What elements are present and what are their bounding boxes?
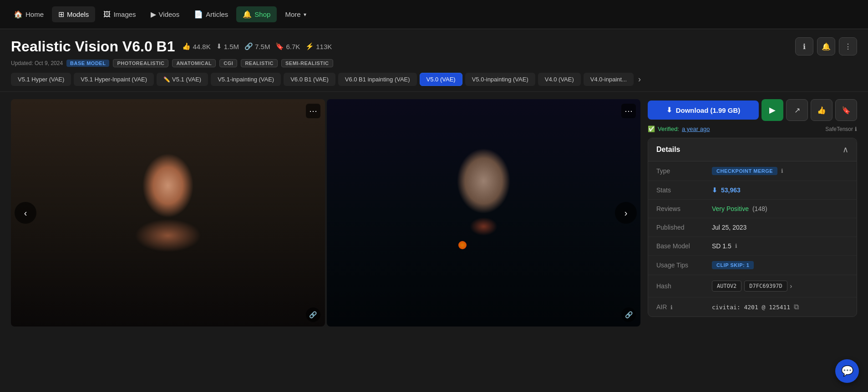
air-info-icon[interactable]: ℹ [670, 304, 673, 311]
safe-tensor-label: SafeTensor ℹ [825, 126, 857, 132]
downloads-stat: ⬇ 1.5M [216, 42, 239, 50]
thumbsup-icon: 👍 [182, 42, 191, 50]
vtab-v51[interactable]: ✏️ V5.1 (VAE) [157, 73, 208, 86]
base-model-label: Base Model [656, 242, 706, 250]
downloads-count: 1.5M [224, 43, 239, 50]
models-icon: ⊞ [58, 10, 64, 19]
published-value: Jul 25, 2023 [712, 224, 746, 231]
orange-orb [458, 241, 467, 249]
tag-photorealistic[interactable]: PHOTOREALISTIC [113, 59, 168, 67]
verified-icon: ✅ [648, 126, 655, 132]
air-value: civitai: 4201 @ 125411 ⧉ [712, 303, 799, 311]
play-button[interactable]: ▶ [761, 99, 783, 121]
title-row: Realistic Vision V6.0 B1 👍 44.8K ⬇ 1.5M … [11, 37, 857, 55]
notifications-button[interactable]: 🔔 [817, 37, 835, 55]
gallery-image-2[interactable]: ⋯ 🔗 [327, 99, 641, 327]
nav-home[interactable]: 🏠 Home [7, 6, 50, 22]
tag-cgi[interactable]: CGI [219, 59, 237, 67]
portrait-image-1 [11, 99, 325, 327]
vtab-v51inpainting[interactable]: V5.1-inpainting (VAE) [211, 73, 281, 86]
details-type-row: Type CHECKPOINT MERGE ℹ [648, 161, 857, 181]
nav-images[interactable]: 🖼 Images [97, 7, 142, 22]
published-label: Published [656, 224, 706, 231]
vtab-v51hyperinpaint-label: V5.1 Hyper-Inpaint (VAE) [81, 76, 147, 83]
vtab-v40[interactable]: V4.0 (VAE) [538, 73, 581, 86]
base-model-info-icon[interactable]: ℹ [735, 243, 737, 249]
download-icon: ⬇ [216, 42, 222, 50]
info-button[interactable]: ℹ [795, 37, 813, 55]
nav-more-label: More [285, 10, 300, 18]
stats-label: Stats [656, 186, 706, 194]
reviews-positive[interactable]: Very Positive [712, 205, 749, 212]
type-info-icon[interactable]: ℹ [781, 168, 783, 174]
gallery-image-2-link[interactable]: 🔗 [621, 307, 636, 322]
play-icon: ▶ [769, 105, 776, 115]
links-count: 7.5M [255, 43, 270, 50]
details-collapse-button[interactable]: ∧ [843, 145, 848, 155]
vtab-v51-label: V5.1 (VAE) [172, 76, 201, 83]
right-panel: ⬇ Download (1.99 GB) ▶ ↗ 👍 🔖 ✅ Verified:… [648, 99, 857, 317]
vtab-v50[interactable]: V5.0 (VAE) [420, 73, 462, 86]
nav-articles[interactable]: 📄 Articles [188, 6, 234, 22]
links-stat: 🔗 7.5M [244, 42, 270, 50]
vtab-v51hyper[interactable]: V5.1 Hyper (VAE) [11, 73, 71, 86]
gallery-next-button[interactable]: › [615, 202, 637, 224]
hash-value: AUTOV2 D7FC69397D › [712, 281, 792, 291]
vtab-v50inpainting-label: V5.0-inpainting (VAE) [472, 76, 528, 83]
vtab-v60b1inpainting[interactable]: V6.0 B1 inpainting (VAE) [338, 73, 417, 86]
reviews-count: (148) [752, 205, 767, 212]
link-icon: 🔗 [244, 42, 253, 50]
gallery-image-1-menu[interactable]: ⋯ [306, 104, 320, 118]
verified-row: ✅ Verified: a year ago SafeTensor ℹ [648, 126, 857, 132]
more-options-button[interactable]: ⋮ [839, 37, 857, 55]
vtab-v51hyper-label: V5.1 Hyper (VAE) [18, 76, 64, 83]
verified-link[interactable]: a year ago [682, 126, 710, 132]
nav-videos-label: Videos [159, 10, 180, 18]
type-label: Type [656, 167, 706, 175]
tag-anatomical[interactable]: ANATOMICAL [172, 59, 216, 67]
download-button[interactable]: ⬇ Download (1.99 GB) [648, 101, 759, 120]
tag-base-model[interactable]: BASE MODEL [66, 60, 109, 67]
gallery-image-2-menu[interactable]: ⋯ [621, 104, 636, 118]
nav-images-label: Images [113, 10, 136, 18]
checkpoint-badge: CHECKPOINT MERGE [712, 167, 777, 175]
download-icon: ⬇ [666, 106, 672, 114]
saves-stat: 🔖 6.7K [275, 42, 300, 50]
gallery-image-1[interactable]: ⋯ 🔗 [11, 99, 325, 327]
vtab-v50inpainting[interactable]: V5.0-inpainting (VAE) [465, 73, 535, 86]
details-reviews-row: Reviews Very Positive (148) [648, 200, 857, 218]
nav-shop[interactable]: 🔔 Shop [236, 6, 277, 22]
details-header: Details ∧ [648, 138, 857, 161]
tag-realistic[interactable]: REALISTIC [241, 59, 278, 67]
nav-more[interactable]: More ▾ [279, 7, 312, 22]
nav-articles-label: Articles [206, 10, 228, 18]
air-copy-icon[interactable]: ⧉ [794, 303, 799, 311]
save-button[interactable]: 🔖 [835, 99, 857, 121]
page-title: Realistic Vision V6.0 B1 [11, 38, 175, 55]
gallery-image-1-link[interactable]: 🔗 [306, 307, 320, 322]
likes-count: 44.8K [193, 43, 210, 50]
vtab-v51hyperinpaint[interactable]: V5.1 Hyper-Inpaint (VAE) [74, 73, 154, 86]
nav-videos[interactable]: ▶ Videos [144, 6, 186, 22]
like-button[interactable]: 👍 [811, 99, 832, 121]
vtab-v40inpaint[interactable]: V4.0-inpaint... [584, 73, 634, 86]
versions-scroll-right[interactable]: › [636, 73, 643, 86]
vtab-v40-label: V4.0 (VAE) [545, 76, 574, 83]
hash-expand-icon[interactable]: › [790, 282, 792, 290]
boost-stat: ⚡ 113K [305, 42, 332, 50]
details-air-row: AIR ℹ civitai: 4201 @ 125411 ⧉ [648, 297, 857, 317]
likes-stat: 👍 44.8K [182, 42, 210, 50]
articles-icon: 📄 [194, 10, 203, 19]
vtab-v60b1inpainting-label: V6.0 B1 inpainting (VAE) [345, 76, 410, 83]
vtab-v51-icon: ✏️ [163, 76, 170, 83]
base-model-name: SD 1.5 [712, 242, 731, 250]
nav-models[interactable]: ⊞ Models [52, 6, 95, 22]
tag-semi-realistic[interactable]: SEMI-REALISTIC [281, 59, 333, 67]
meta-row: Updated: Oct 9, 2024 BASE MODEL PHOTOREA… [11, 59, 857, 67]
share-button[interactable]: ↗ [786, 99, 808, 121]
gallery-prev-button[interactable]: ‹ [15, 202, 36, 224]
hash-type: AUTOV2 [712, 281, 741, 291]
vtab-v60b1[interactable]: V6.0 B1 (VAE) [284, 73, 335, 86]
usage-tips-label: Usage Tips [656, 261, 706, 269]
details-hash-row: Hash AUTOV2 D7FC69397D › [648, 275, 857, 297]
